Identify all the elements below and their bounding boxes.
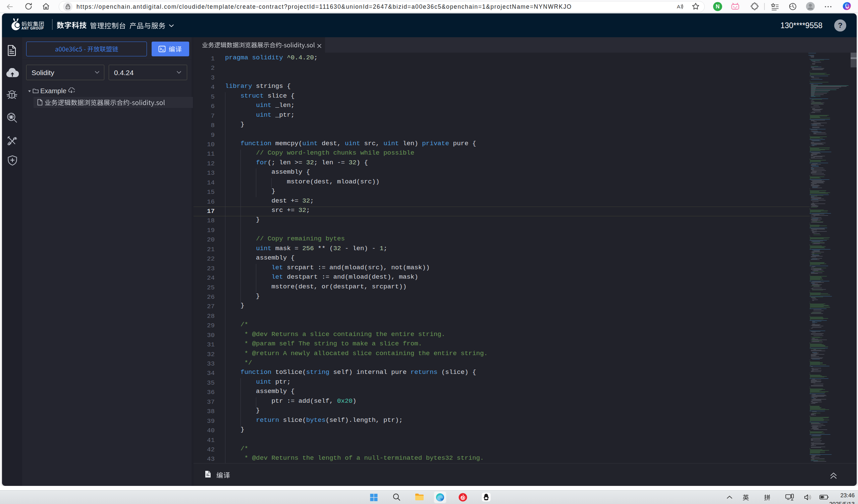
svg-text:A: A: [677, 4, 680, 10]
